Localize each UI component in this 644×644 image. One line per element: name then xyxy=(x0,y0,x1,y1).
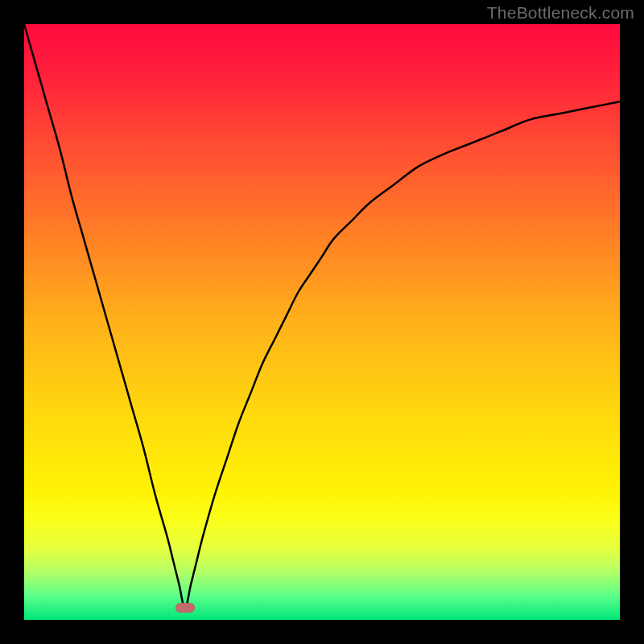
plot-area xyxy=(24,24,620,620)
curve-layer xyxy=(24,24,620,620)
optimal-point-marker xyxy=(175,603,195,613)
watermark-text: TheBottleneck.com xyxy=(487,3,634,23)
chart-frame: TheBottleneck.com xyxy=(0,0,644,644)
